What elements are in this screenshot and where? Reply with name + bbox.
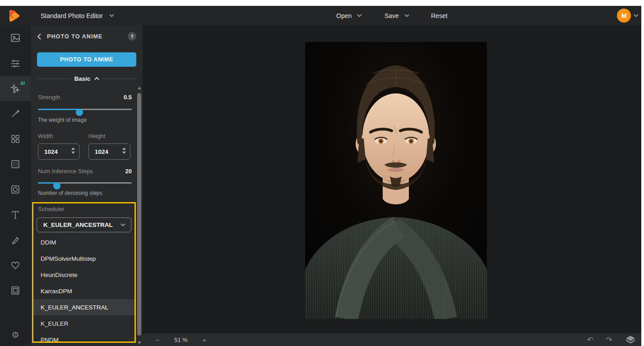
scheduler-select[interactable]: K_EULER_ANCESTRAL [37, 217, 131, 232]
help-icon[interactable]: ? [128, 32, 136, 41]
zoom-in-button[interactable]: + [197, 336, 212, 344]
zoom-controls: − 51 % + [150, 333, 212, 346]
app-logo-icon[interactable] [7, 9, 20, 23]
slider-thumb[interactable] [76, 109, 83, 116]
canvas-image [305, 42, 487, 319]
strength-label: Strength [38, 94, 60, 101]
sidebar-item-elements[interactable] [0, 126, 31, 152]
save-menu[interactable]: Save [385, 6, 409, 25]
workspace: − 51 % + ↶ ↷ [143, 25, 641, 346]
strength-value: 0.5 [124, 94, 132, 101]
chevron-down-icon [357, 14, 362, 17]
topbar: Standard Photo Editor Open Save Reset M [0, 6, 641, 25]
panel-title: PHOTO TO ANIME [47, 33, 103, 40]
chevron-down-icon [404, 14, 409, 17]
app-title: Standard Photo Editor [41, 12, 103, 19]
zoom-level: 51 % [168, 337, 194, 343]
sidebar-item-text[interactable] [0, 202, 31, 227]
status-bar: − 51 % + ↶ ↷ [143, 333, 641, 346]
steps-slider[interactable] [38, 179, 132, 186]
sidebar-item-draw[interactable] [0, 227, 31, 253]
strength-row: Strength 0.5 [38, 94, 132, 101]
sidebar-item-image[interactable] [0, 25, 31, 51]
step-up-icon[interactable] [71, 148, 75, 150]
editor-mode-select[interactable]: Standard Photo Editor [41, 6, 114, 25]
sidebar-item-frame[interactable] [0, 278, 31, 303]
sidebar-item-cutout[interactable] [0, 177, 31, 202]
reset-menu-label: Reset [431, 12, 448, 19]
sidebar-item-ai-tools[interactable]: AI [0, 76, 31, 101]
open-menu-label: Open [336, 12, 352, 19]
settings-gear-icon[interactable]: ⚙ [0, 327, 31, 342]
elements-grid-icon [10, 134, 20, 144]
chevron-down-icon [120, 223, 125, 226]
scroll-down-icon[interactable] [138, 341, 141, 344]
adjustments-icon [10, 58, 20, 68]
step-up-icon[interactable] [122, 148, 126, 150]
text-icon [10, 210, 20, 220]
steps-row: Num Inference Steps 20 [38, 168, 132, 175]
ai-sparkles-icon [10, 83, 21, 94]
panel-scrollbar[interactable] [137, 87, 142, 345]
slider-fill [38, 182, 57, 184]
tool-sidebar: AI [0, 25, 31, 346]
chevron-down-icon [109, 14, 114, 17]
account-menu[interactable]: M [617, 6, 639, 25]
sidebar-item-favorites[interactable] [0, 253, 31, 278]
step-down-icon[interactable] [71, 152, 75, 154]
effects-icon [10, 159, 20, 169]
width-stepper[interactable] [71, 148, 75, 154]
strength-slider[interactable] [38, 106, 132, 113]
divider [37, 78, 70, 79]
scheduler-option-k-euler[interactable]: K_EULER [33, 315, 136, 332]
height-field [88, 143, 130, 160]
history-controls: ↶ ↷ [587, 333, 636, 346]
frame-icon [10, 286, 20, 295]
redo-icon[interactable]: ↷ [606, 336, 612, 344]
ai-badge: AI [20, 81, 25, 86]
scrollbar-thumb[interactable] [137, 93, 141, 336]
sidebar-item-adjustments[interactable] [0, 51, 31, 76]
cutout-icon [10, 185, 20, 194]
image-icon [10, 33, 20, 43]
steps-caption: Number of denoising steps [38, 190, 102, 196]
canvas-area [143, 25, 641, 333]
zoom-out-button[interactable]: − [150, 336, 165, 344]
divider [103, 78, 136, 79]
open-menu[interactable]: Open [336, 6, 362, 25]
scroll-up-icon[interactable] [138, 87, 141, 89]
basic-section-label: Basic [74, 75, 90, 82]
back-chevron-icon[interactable] [37, 33, 42, 40]
photo-to-anime-panel: PHOTO TO ANIME ? PHOTO TO ANIME Basic St… [31, 25, 143, 346]
chevron-down-icon [634, 14, 639, 17]
sidebar-item-effects[interactable] [0, 152, 31, 177]
layers-icon[interactable] [625, 335, 636, 344]
app-window: Standard Photo Editor Open Save Reset M [0, 6, 641, 346]
avatar[interactable]: M [617, 9, 631, 23]
strength-caption: The weight of image [38, 117, 87, 123]
sidebar-item-retouch[interactable] [0, 101, 31, 126]
scheduler-option-k-euler-ancestral[interactable]: K_EULER_ANCESTRAL [33, 299, 136, 315]
scheduler-option-dpmsolvermultistep[interactable]: DPMSolverMultistep [33, 250, 136, 267]
steps-label: Num Inference Steps [38, 168, 93, 175]
scheduler-option-pndm[interactable]: PNDM [33, 332, 136, 346]
basic-section-toggle[interactable]: Basic [37, 74, 136, 83]
slider-fill [38, 109, 79, 110]
scheduler-option-heundiscrete[interactable]: HeunDiscrete [33, 267, 136, 283]
scheduler-option-ddim[interactable]: DDIM [33, 234, 136, 250]
heart-icon [10, 260, 20, 270]
brush-icon [10, 235, 20, 245]
width-label: Width [38, 133, 53, 139]
save-menu-label: Save [385, 12, 399, 19]
height-label: Height [88, 133, 106, 139]
steps-value: 20 [125, 168, 132, 175]
reset-menu[interactable]: Reset [431, 6, 448, 25]
undo-icon[interactable]: ↶ [587, 336, 593, 344]
scheduler-option-karrasdpm[interactable]: KarrasDPM [33, 283, 136, 299]
step-down-icon[interactable] [122, 152, 126, 154]
width-field [38, 143, 79, 160]
slider-thumb[interactable] [53, 182, 60, 189]
height-stepper[interactable] [122, 148, 126, 154]
scheduler-selected-value: K_EULER_ANCESTRAL [37, 221, 113, 228]
photo-to-anime-button[interactable]: PHOTO TO ANIME [37, 52, 136, 67]
